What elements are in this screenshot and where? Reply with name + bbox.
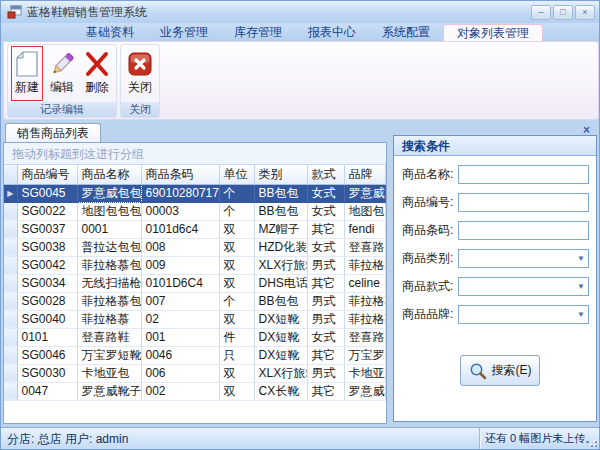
table-cell[interactable]: 双 — [219, 274, 254, 292]
ribbon-tab-系统配置[interactable]: 系统配置 — [369, 24, 443, 41]
table-row[interactable]: 0101登喜路鞋001件DX短靴女式登喜路 — [4, 328, 386, 346]
table-cell[interactable]: 007 — [141, 292, 219, 310]
search-dropdown-商品款式[interactable]: ▼ — [458, 277, 589, 296]
table-cell[interactable]: 女式 — [307, 202, 344, 220]
table-cell[interactable]: SG0042 — [17, 256, 77, 274]
table-row[interactable]: 0047罗意威靴子002双CX长靴其它罗意威 — [4, 382, 386, 400]
table-cell[interactable]: 登喜路 — [344, 238, 386, 256]
table-row[interactable]: SG0028菲拉格慕包包007个BB包包男式菲拉格慕 — [4, 292, 386, 310]
table-cell[interactable]: 0101 — [17, 328, 77, 346]
table-cell[interactable]: 罗意威包包 — [77, 184, 141, 202]
table-cell[interactable]: 登喜路鞋 — [77, 328, 141, 346]
table-row[interactable]: SG0040菲拉格慕02双DX短靴男式菲拉格慕 — [4, 310, 386, 328]
table-cell[interactable]: 6901028071765 — [141, 184, 219, 202]
table-cell[interactable]: 男式 — [307, 310, 344, 328]
table-cell[interactable]: 个 — [219, 202, 254, 220]
table-cell[interactable]: 双 — [219, 382, 254, 400]
table-cell[interactable]: fendi — [344, 220, 386, 238]
search-dropdown-商品类别[interactable]: ▼ — [458, 249, 589, 268]
column-header-商品编号[interactable]: 商品编号 — [17, 165, 77, 184]
table-cell[interactable]: 女式 — [307, 184, 344, 202]
table-cell[interactable]: 个 — [219, 292, 254, 310]
table-cell[interactable]: 菲拉格慕 — [344, 310, 386, 328]
table-cell[interactable]: 00003 — [141, 202, 219, 220]
table-cell[interactable]: 菲拉格慕 — [344, 256, 386, 274]
table-cell[interactable]: DHS电话绳 — [254, 274, 307, 292]
table-cell[interactable]: BB包包 — [254, 292, 307, 310]
table-cell[interactable]: DX短靴 — [254, 346, 307, 364]
table-cell[interactable]: 002 — [141, 382, 219, 400]
column-header-类别[interactable]: 类别 — [254, 165, 307, 184]
table-cell[interactable]: 02 — [141, 310, 219, 328]
ribbon-tab-基础资料[interactable]: 基础资料 — [73, 24, 147, 41]
table-row[interactable]: SG0034无线扫描枪0101D6C4双DHS电话绳其它celine — [4, 274, 386, 292]
search-input-商品编号[interactable] — [458, 193, 589, 212]
table-cell[interactable]: 其它 — [307, 382, 344, 400]
table-cell[interactable]: 双 — [219, 256, 254, 274]
table-cell[interactable]: 其它 — [307, 274, 344, 292]
table-cell[interactable]: 卡地亚包 — [77, 364, 141, 382]
ribbon-tab-库存管理[interactable]: 库存管理 — [221, 24, 295, 41]
table-cell[interactable]: 双 — [219, 364, 254, 382]
search-input-商品条码[interactable] — [458, 221, 589, 240]
table-row[interactable]: SG0022地图包包包00003个BB包包女式地图包 — [4, 202, 386, 220]
column-header-商品条码[interactable]: 商品条码 — [141, 165, 219, 184]
search-input-商品名称[interactable] — [458, 165, 589, 184]
column-header-商品名称[interactable]: 商品名称 — [77, 165, 141, 184]
table-cell[interactable]: DX短靴 — [254, 328, 307, 346]
column-header-单位[interactable]: 单位 — [219, 165, 254, 184]
table-cell[interactable]: 个 — [219, 184, 254, 202]
table-cell[interactable]: 006 — [141, 364, 219, 382]
table-cell[interactable]: 菲拉格慕 — [77, 310, 141, 328]
table-cell[interactable]: 无线扫描枪 — [77, 274, 141, 292]
table-cell[interactable]: 女式 — [307, 328, 344, 346]
table-cell[interactable]: SG0040 — [17, 310, 77, 328]
table-cell[interactable]: XLX行旅箱 — [254, 256, 307, 274]
编辑-button[interactable]: 编辑 — [46, 46, 78, 101]
table-cell[interactable]: SG0030 — [17, 364, 77, 382]
ribbon-tab-业务管理[interactable]: 业务管理 — [147, 24, 221, 41]
table-cell[interactable]: 件 — [219, 328, 254, 346]
table-cell[interactable]: 男式 — [307, 256, 344, 274]
minimize-button[interactable]: – — [531, 5, 551, 20]
table-cell[interactable]: 普拉达包包 — [77, 238, 141, 256]
table-cell[interactable]: 罗意威 — [344, 382, 386, 400]
table-row[interactable]: SG0038普拉达包包008双HZD化装袋女式登喜路 — [4, 238, 386, 256]
table-cell[interactable]: 登喜路 — [344, 328, 386, 346]
table-cell[interactable]: SG0046 — [17, 346, 77, 364]
close-button[interactable]: × — [575, 5, 595, 20]
ribbon-tab-报表中心[interactable]: 报表中心 — [295, 24, 369, 41]
search-dropdown-商品品牌[interactable]: ▼ — [458, 305, 589, 324]
table-row[interactable]: SG0046万宝罗短靴0046只DX短靴其它万宝罗 — [4, 346, 386, 364]
table-cell[interactable]: SG0022 — [17, 202, 77, 220]
table-cell[interactable]: 其它 — [307, 220, 344, 238]
table-cell[interactable]: SG0028 — [17, 292, 77, 310]
table-cell[interactable]: 0046 — [141, 346, 219, 364]
table-cell[interactable]: 万宝罗短靴 — [77, 346, 141, 364]
table-cell[interactable]: 地图包包包 — [77, 202, 141, 220]
table-row[interactable]: SG0042菲拉格慕包包009双XLX行旅箱男式菲拉格慕 — [4, 256, 386, 274]
table-row[interactable]: ▶SG0045罗意威包包6901028071765个BB包包女式罗意威 — [4, 184, 386, 202]
table-row[interactable]: SG0030卡地亚包006双XLX行旅箱男式卡地亚 — [4, 364, 386, 382]
table-cell[interactable]: 其它 — [307, 346, 344, 364]
ribbon-tab-对象列表管理[interactable]: 对象列表管理 — [443, 24, 543, 41]
table-cell[interactable]: 卡地亚 — [344, 364, 386, 382]
table-cell[interactable]: DX短靴 — [254, 310, 307, 328]
table-cell[interactable]: 男式 — [307, 292, 344, 310]
table-cell[interactable]: 女式 — [307, 238, 344, 256]
table-cell[interactable]: 0101D6C4 — [141, 274, 219, 292]
document-tab-sales-product-list[interactable]: 销售商品列表 — [5, 123, 101, 142]
新建-button[interactable]: 新建 — [11, 46, 43, 101]
table-cell[interactable]: 0001 — [77, 220, 141, 238]
table-cell[interactable]: 008 — [141, 238, 219, 256]
table-cell[interactable]: SG0038 — [17, 238, 77, 256]
table-cell[interactable]: SG0037 — [17, 220, 77, 238]
table-cell[interactable]: 地图包 — [344, 202, 386, 220]
grid-group-by-bar[interactable]: 拖动列标题到这进行分组 — [4, 143, 386, 165]
table-cell[interactable]: HZD化装袋 — [254, 238, 307, 256]
table-cell[interactable]: XLX行旅箱 — [254, 364, 307, 382]
table-cell[interactable]: 双 — [219, 310, 254, 328]
table-cell[interactable]: 0047 — [17, 382, 77, 400]
关闭-button[interactable]: 关闭 — [124, 46, 156, 101]
table-cell[interactable]: BB包包 — [254, 184, 307, 202]
